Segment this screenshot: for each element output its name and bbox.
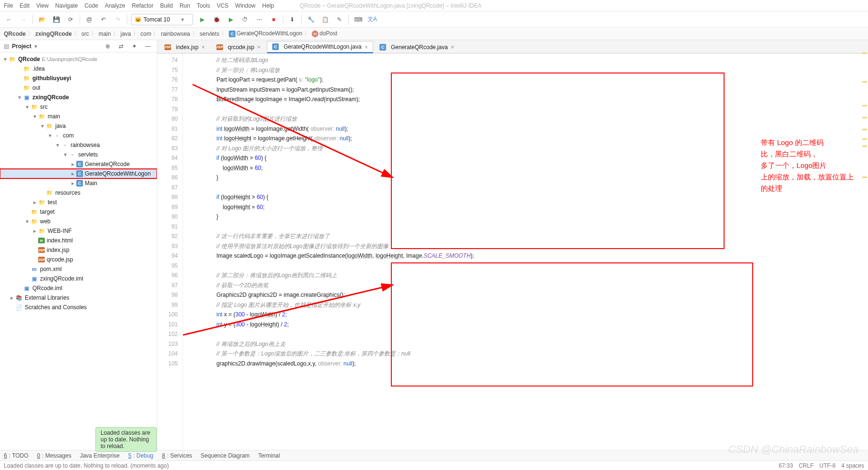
status-field[interactable]: 4 spaces bbox=[841, 462, 864, 469]
status-field[interactable]: UTF-8 bbox=[819, 462, 836, 469]
menu-code[interactable]: Code bbox=[84, 2, 98, 9]
tree-item-qrcode-iml[interactable]: ▣QRcode.iml bbox=[0, 283, 157, 293]
tree-item-main[interactable]: ▾📁main bbox=[0, 112, 157, 121]
sync-button[interactable]: ⟳ bbox=[65, 14, 76, 25]
build-button[interactable]: 🔧 bbox=[306, 14, 316, 25]
tree-item-external-libraries[interactable]: ▸📚External Libraries bbox=[0, 293, 157, 303]
tree-item-gerateqrcodewithlogon[interactable]: ▸CGerateQRcodeWithLogon bbox=[0, 169, 157, 178]
menu-vcs[interactable]: VCS bbox=[217, 2, 229, 9]
tree-item-generateqrcode[interactable]: ▸CGenerateQRcode bbox=[0, 159, 157, 169]
tree-item-web[interactable]: ▾📁web bbox=[0, 217, 157, 226]
back-button[interactable]: ← bbox=[4, 14, 14, 25]
tree-item-com[interactable]: ▾▫com bbox=[0, 131, 157, 140]
breadcrumb-item[interactable]: servlets bbox=[200, 31, 219, 37]
run-config-selector[interactable]: 🐱 Tomcat 10 ▾ bbox=[131, 14, 193, 25]
save-all-button[interactable]: 💾 bbox=[51, 14, 61, 25]
breadcrumb-item[interactable]: CGerateQRcodeWithLogon bbox=[229, 30, 302, 37]
tree-item-index-jsp[interactable]: JSPindex.jsp bbox=[0, 245, 157, 255]
tree-item-pom-xml[interactable]: mpom.xml bbox=[0, 264, 157, 274]
breadcrumb-item[interactable]: QRcode bbox=[4, 31, 26, 37]
breadcrumb-item[interactable]: mdoPost bbox=[312, 30, 337, 37]
tree-item-zxingqrcode[interactable]: ▾▣zxingQRcode bbox=[0, 93, 157, 102]
menu-tools[interactable]: Tools bbox=[197, 2, 210, 9]
menu-refactor[interactable]: Refactor bbox=[132, 2, 153, 9]
attach-button[interactable]: ⋯ bbox=[254, 14, 265, 25]
settings-icon[interactable]: — bbox=[143, 41, 153, 52]
run-button[interactable]: ▶ bbox=[197, 14, 207, 25]
breadcrumb-item[interactable]: zxingQRcode bbox=[35, 31, 72, 37]
menu-window[interactable]: Window bbox=[235, 2, 255, 9]
fwd-nav-button[interactable]: ↷ bbox=[112, 14, 123, 25]
tool-debug[interactable]: 5: Debug bbox=[128, 452, 153, 459]
editor[interactable]: 7475767778798081828384858687888990919293… bbox=[157, 53, 868, 450]
menu-run[interactable]: Run bbox=[180, 2, 190, 9]
profile-button[interactable]: ⏱ bbox=[240, 14, 250, 25]
close-icon[interactable]: × bbox=[364, 43, 368, 51]
project-tree[interactable]: ▾📁QRcodeE:\Java\project\QRcode📁.idea📁git… bbox=[0, 52, 157, 450]
tool-terminal[interactable]: Terminal bbox=[258, 452, 280, 459]
menu-navigate[interactable]: Navigate bbox=[55, 2, 78, 9]
breadcrumb-item[interactable]: com bbox=[141, 31, 152, 37]
tree-item-githubliuyueyi[interactable]: 📁githubliuyueyi bbox=[0, 73, 157, 83]
collapse-icon[interactable]: ✦ bbox=[129, 41, 140, 52]
tree-item-zxingqrcode-iml[interactable]: ▣zxingQRcode.iml bbox=[0, 274, 157, 283]
tab-index-jsp[interactable]: JSPindex.jsp× bbox=[159, 41, 210, 53]
tree-item-main[interactable]: ▸CMain bbox=[0, 178, 157, 188]
translate-button[interactable]: 文A bbox=[367, 14, 378, 25]
tree-item-scratches-and-consoles[interactable]: 📄Scratches and Consoles bbox=[0, 303, 157, 312]
tree-item-java[interactable]: ▾📁java bbox=[0, 121, 157, 131]
search-button[interactable]: ✎ bbox=[334, 14, 345, 25]
tree-item-test[interactable]: ▸📁test bbox=[0, 198, 157, 207]
breadcrumb-item[interactable]: rainbowsea bbox=[161, 31, 190, 37]
tree-item-resources[interactable]: 📁resources bbox=[0, 188, 157, 198]
close-icon[interactable]: × bbox=[201, 43, 205, 51]
close-icon[interactable]: × bbox=[257, 43, 261, 51]
tool-java-enterprise[interactable]: Java Enterprise bbox=[80, 452, 120, 459]
update-button[interactable]: ⬇ bbox=[287, 14, 297, 25]
menu-edit[interactable]: Edit bbox=[20, 2, 30, 9]
structure-button[interactable]: 📋 bbox=[320, 14, 330, 25]
tree-item-target[interactable]: 📁target bbox=[0, 207, 157, 217]
tab-qrcode-jsp[interactable]: JSPqrcode.jsp× bbox=[211, 41, 266, 53]
coverage-button[interactable]: ▶ bbox=[225, 14, 236, 25]
stop-button[interactable]: ■ bbox=[268, 14, 279, 25]
tree-item-web-inf[interactable]: ▸📁WEB-INF bbox=[0, 226, 157, 236]
tree-item-src[interactable]: ▾📁src bbox=[0, 102, 157, 112]
at-button[interactable]: @ bbox=[84, 14, 94, 25]
breadcrumb-item[interactable]: java bbox=[121, 31, 131, 37]
select-opened-file-icon[interactable]: ⊕ bbox=[102, 41, 113, 52]
back-nav-button[interactable]: ↶ bbox=[98, 14, 109, 25]
tool-todo[interactable]: 6: TODO bbox=[4, 452, 29, 459]
kb-button[interactable]: ⌨ bbox=[353, 14, 363, 25]
tool-messages[interactable]: 0: Messages bbox=[37, 452, 71, 459]
tool-sequence-diagram[interactable]: Sequence Diagram bbox=[201, 452, 250, 459]
status-message: Loaded classes are up to date. Nothing t… bbox=[4, 462, 169, 469]
menu-build[interactable]: Build bbox=[160, 2, 173, 9]
tree-item-qrcode-jsp[interactable]: JSPqrcode.jsp bbox=[0, 255, 157, 264]
forward-button[interactable]: → bbox=[18, 14, 29, 25]
menu-help[interactable]: Help bbox=[262, 2, 274, 9]
tree-item-out[interactable]: 📁out bbox=[0, 83, 157, 93]
status-field[interactable]: CRLF bbox=[799, 462, 814, 469]
code-area[interactable]: // 给二维码添加Logo// 第一部分：将Logo缩放Part logoPar… bbox=[183, 53, 868, 450]
tab-gerateqrcodewithlogon-java[interactable]: CGerateQRcodeWithLogon.java× bbox=[267, 41, 373, 53]
tree-item-servlets[interactable]: ▾▫servlets bbox=[0, 150, 157, 159]
tree-root[interactable]: ▾📁QRcodeE:\Java\project\QRcode bbox=[0, 54, 157, 64]
debug-button[interactable]: 🐞 bbox=[211, 14, 222, 25]
menu-view[interactable]: View bbox=[36, 2, 49, 9]
expand-all-icon[interactable]: ⇄ bbox=[116, 41, 126, 52]
tab-generateqrcode-java[interactable]: CGenerateQRcode.java× bbox=[374, 41, 460, 53]
tree-item--idea[interactable]: 📁.idea bbox=[0, 64, 157, 73]
status-bar: Loaded classes are up to date. Nothing t… bbox=[0, 460, 868, 470]
status-field[interactable]: 67:33 bbox=[779, 462, 793, 469]
open-recent-button[interactable]: 📂 bbox=[37, 14, 47, 25]
breadcrumb-item[interactable]: main bbox=[99, 31, 111, 37]
breadcrumb-item[interactable]: src bbox=[82, 31, 89, 37]
close-icon[interactable]: × bbox=[450, 43, 454, 51]
tree-item-rainbowsea[interactable]: ▾▫rainbowsea bbox=[0, 140, 157, 150]
menu-file[interactable]: File bbox=[4, 2, 13, 9]
tree-item-index-html[interactable]: Hindex.html bbox=[0, 236, 157, 245]
menu-analyze[interactable]: Analyze bbox=[105, 2, 125, 9]
project-panel-title: Project bbox=[12, 43, 31, 50]
tool-services[interactable]: 8: Services bbox=[162, 452, 192, 459]
